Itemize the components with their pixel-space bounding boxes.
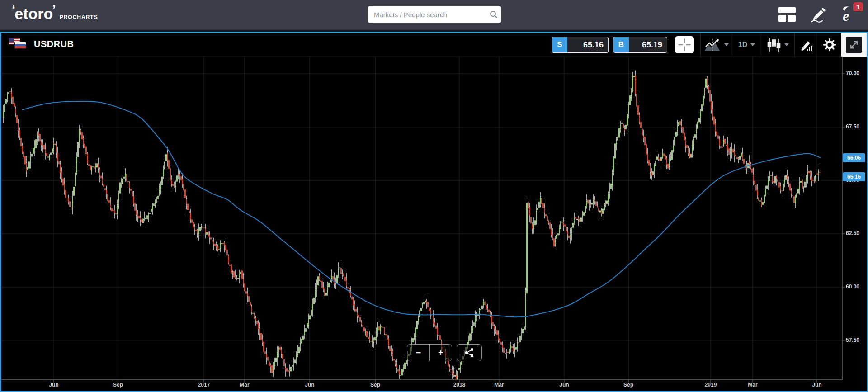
ma-value-badge: 66.06 <box>843 153 865 162</box>
expand-arrows-icon <box>847 38 861 52</box>
interval-caret-icon <box>750 43 755 46</box>
buy-button[interactable]: B 65.19 <box>613 37 667 53</box>
share-button[interactable] <box>457 344 482 361</box>
search-input[interactable] <box>368 11 486 19</box>
svg-text:e: e <box>843 8 849 24</box>
logo-left-horn-icon: ‘ <box>12 2 15 17</box>
buy-price: 65.19 <box>629 37 667 52</box>
chart-style-selector[interactable] <box>761 33 794 57</box>
price-axis-drag-area[interactable] <box>842 57 867 380</box>
buy-side-label: B <box>613 37 629 52</box>
procharts-label: PROCHARTS <box>60 14 98 20</box>
last-price-badge: 65.16 <box>843 172 865 181</box>
compare-chart-button[interactable] <box>700 33 732 57</box>
account-avatar[interactable]: e 1 <box>837 5 859 24</box>
sell-price: 65.16 <box>567 37 608 52</box>
fullscreen-inner <box>846 37 862 53</box>
time-axis-drag-area[interactable] <box>1 380 842 391</box>
search-box <box>368 6 501 23</box>
sell-button[interactable]: S 65.16 <box>552 37 609 53</box>
drawing-tools-button[interactable] <box>794 33 817 57</box>
usdrub-flag-pair-icon <box>9 38 28 51</box>
draw-pencil-icon[interactable] <box>809 5 827 25</box>
layout-grid-icon[interactable] <box>778 7 796 22</box>
russia-flag-icon <box>14 42 26 49</box>
marker-pen-icon <box>799 38 813 52</box>
crosshair-icon <box>677 37 692 52</box>
chart-header: USDRUB S 65.16 B 65.19 <box>1 33 867 57</box>
zoom-in-button[interactable]: + <box>430 345 452 361</box>
search-icon[interactable] <box>486 10 501 19</box>
interval-selector[interactable]: 1D <box>732 33 761 57</box>
gear-icon <box>823 38 836 51</box>
candlestick-style-icon <box>767 37 781 53</box>
interval-value: 1D <box>738 41 747 49</box>
candles-layer <box>3 71 821 380</box>
price-chart-canvas[interactable] <box>1 57 867 391</box>
zoom-out-button[interactable]: − <box>407 345 430 361</box>
chart-region: JunSep2017MarJunSep2018MarJunSep2019MarJ… <box>1 57 867 391</box>
moving-average-line <box>22 101 821 317</box>
sell-side-label: S <box>552 37 567 52</box>
share-icon <box>463 347 475 359</box>
top-navigation-bar: ‘ etoro ’ PROCHARTS e 1 <box>0 0 868 30</box>
grid-layer <box>1 57 845 383</box>
chart-widget: USDRUB S 65.16 B 65.19 <box>0 32 868 392</box>
logo-right-horn-icon: ’ <box>52 2 56 17</box>
layout-grid-top-cell <box>778 7 796 13</box>
logo-text: etoro <box>14 5 53 23</box>
crosshair-tool-button[interactable] <box>675 36 694 53</box>
notification-badge[interactable]: 1 <box>853 2 863 12</box>
compare-caret-icon <box>724 43 729 46</box>
settings-button[interactable] <box>817 33 841 57</box>
chart-toolbar: S 65.16 B 65.19 <box>552 33 867 57</box>
etoro-logo[interactable]: ‘ etoro ’ PROCHARTS <box>12 5 98 23</box>
layout-grid-right-cell <box>788 15 796 22</box>
compare-chart-icon <box>704 38 721 52</box>
layout-grid-left-cell <box>778 15 786 22</box>
symbol-title: USDRUB <box>34 39 74 49</box>
fullscreen-button[interactable] <box>841 33 867 57</box>
zoom-controls: − + <box>407 344 452 361</box>
chart-style-caret-icon <box>784 43 789 46</box>
